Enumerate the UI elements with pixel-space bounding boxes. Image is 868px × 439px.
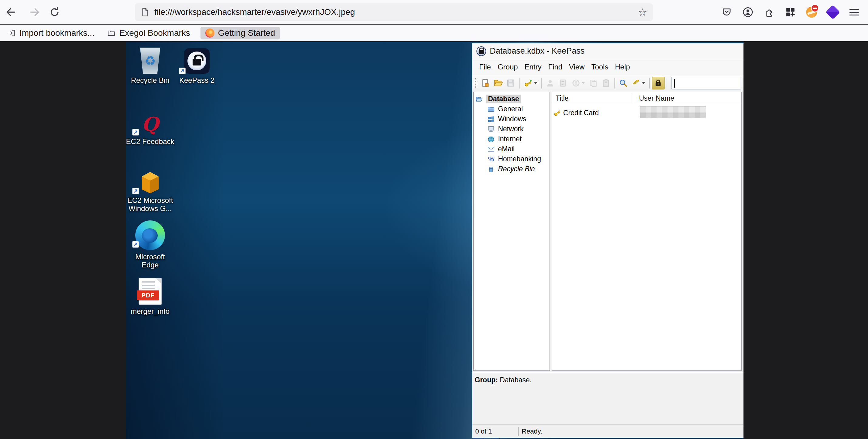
menu-help[interactable]: Help [612, 61, 633, 73]
folder-icon [107, 29, 116, 37]
bookmarks-bar: Import bookmarks... Exegol Bookmarks Get… [0, 25, 868, 41]
open-url-button[interactable] [569, 77, 587, 89]
tree-item-recycle-bin[interactable]: Recycle Bin [474, 164, 550, 174]
new-database-button[interactable] [479, 77, 492, 89]
menu-file[interactable]: File [476, 61, 494, 73]
key-icon [524, 79, 533, 88]
app-menu-button[interactable] [848, 6, 860, 18]
desktop-icon-ec2-windows[interactable]: EC2 MicrosoftWindows G... [126, 170, 176, 213]
lock-workspace-button[interactable] [652, 77, 664, 89]
extensions-grid-button[interactable] [784, 6, 797, 18]
keepass-app-icon [476, 46, 486, 56]
column-header-title[interactable]: Title [556, 92, 569, 104]
tree-item-general[interactable]: General [474, 104, 550, 114]
envelope-icon [487, 146, 495, 153]
bookmark-star-icon[interactable]: ☆ [638, 7, 647, 17]
account-button[interactable] [742, 6, 754, 18]
getting-started-bookmark[interactable]: Getting Started [200, 27, 280, 39]
hacktools-diamond-icon [826, 5, 840, 20]
column-divider[interactable] [633, 93, 633, 103]
desktop-icon-edge[interactable]: MicrosoftEdge [126, 219, 176, 269]
shortcut-arrow-icon [179, 68, 186, 74]
keepass-statusbar: 0 of 1 selected Ready. [472, 425, 743, 438]
extension-button[interactable] [763, 6, 775, 18]
windows-icon [487, 116, 495, 123]
proxy-extension-button[interactable] [806, 6, 818, 18]
save-database-button[interactable] [504, 77, 517, 89]
keepass-lock-icon [184, 48, 210, 74]
globe-icon [487, 135, 495, 143]
menu-view[interactable]: View [566, 61, 588, 73]
keepass-toolbar [472, 75, 743, 91]
menu-icon [849, 9, 859, 15]
desktop-icon-label: merger_info [126, 307, 176, 315]
disabled-badge-icon [811, 4, 819, 12]
group-value: Database. [498, 376, 532, 384]
desktop-icon-label: MicrosoftEdge [126, 253, 176, 269]
edit-entry-button[interactable] [557, 77, 569, 89]
shortcut-arrow-icon [132, 188, 139, 194]
desktop-icon-keepass[interactable]: KeePass 2 [171, 46, 223, 84]
desktop-icon-recycle-bin[interactable]: ♻ Recycle Bin [126, 46, 176, 84]
menu-find[interactable]: Find [545, 61, 566, 73]
window-title: Database.kdbx - KeePass [490, 46, 584, 56]
filter-entries-button[interactable] [630, 77, 647, 89]
hacktools-extension-button[interactable] [827, 6, 839, 18]
desktop-screenshot-image[interactable]: ♻ Recycle Bin KeePass 2 Q EC2 Feedback [126, 41, 744, 439]
back-button[interactable] [2, 4, 20, 21]
column-header-username[interactable]: User Name [639, 92, 674, 104]
desktop-icon-merger-info[interactable]: PDF merger_info [126, 276, 176, 315]
tree-item-homebanking[interactable]: % Homebanking [474, 154, 550, 164]
toolbar-grip[interactable] [475, 77, 477, 89]
back-icon [5, 6, 17, 18]
globe-icon [571, 79, 581, 88]
quick-search-input[interactable] [672, 77, 741, 89]
keepass-menubar: File Group Entry Find View Tools Help [472, 59, 743, 75]
toolbar-separator [649, 77, 650, 89]
tree-item-windows[interactable]: Windows [474, 114, 550, 124]
shortcut-arrow-icon [132, 129, 139, 135]
tree-item-internet[interactable]: Internet [474, 134, 550, 144]
desktop-icon-label: EC2 Feedback [126, 137, 176, 146]
tree-item-network[interactable]: Network [474, 124, 550, 134]
forward-button[interactable] [26, 4, 43, 21]
filter-key-icon [632, 79, 641, 88]
save-icon [506, 79, 515, 88]
new-database-icon [481, 79, 490, 88]
keepass-titlebar[interactable]: Database.kdbx - KeePass [472, 43, 743, 59]
edge-icon [135, 220, 165, 250]
find-button[interactable] [617, 77, 630, 89]
tree-item-email[interactable]: eMail [474, 144, 550, 154]
monitor-icon [487, 126, 495, 133]
bookmarks-folder-item[interactable]: Exegol Bookmarks [105, 27, 192, 39]
menu-group[interactable]: Group [494, 61, 521, 73]
menu-entry[interactable]: Entry [521, 61, 545, 73]
reload-button[interactable] [46, 4, 63, 21]
url-bar[interactable]: file:///workspace/hacksmarter/evasive/yw… [135, 3, 653, 21]
add-entry-button[interactable] [544, 77, 557, 89]
url-input[interactable]: file:///workspace/hacksmarter/evasive/yw… [154, 7, 634, 17]
screen: file:///workspace/hacksmarter/evasive/yw… [0, 0, 868, 439]
account-icon [742, 6, 754, 18]
desktop-icon-ec2-feedback[interactable]: Q EC2 Feedback [126, 107, 176, 146]
open-database-button[interactable] [492, 77, 504, 89]
pocket-button[interactable] [721, 6, 733, 18]
open-database-icon [493, 78, 503, 88]
entry-title: Credit Card [563, 109, 599, 117]
import-bookmarks-item[interactable]: Import bookmarks... [5, 27, 97, 39]
desktop-icon-label: Recycle Bin [126, 76, 176, 84]
tree-item-database[interactable]: Database [474, 94, 550, 104]
toolbar-separator [519, 77, 520, 89]
pocket-icon [721, 7, 732, 18]
copy-username-button[interactable] [587, 77, 599, 89]
ec2-feedback-q-icon: Q [142, 114, 159, 135]
text-caret [674, 79, 675, 88]
menu-tools[interactable]: Tools [588, 61, 612, 73]
firefox-icon [205, 29, 214, 38]
copy-password-button[interactable] [599, 77, 612, 89]
desktop-icon-label: EC2 MicrosoftWindows G... [126, 196, 176, 213]
dropdown-arrow-icon [581, 82, 585, 84]
add-key-button[interactable] [522, 77, 539, 89]
ready-status: Ready. [519, 427, 545, 436]
pdf-file-icon: PDF [138, 278, 162, 305]
